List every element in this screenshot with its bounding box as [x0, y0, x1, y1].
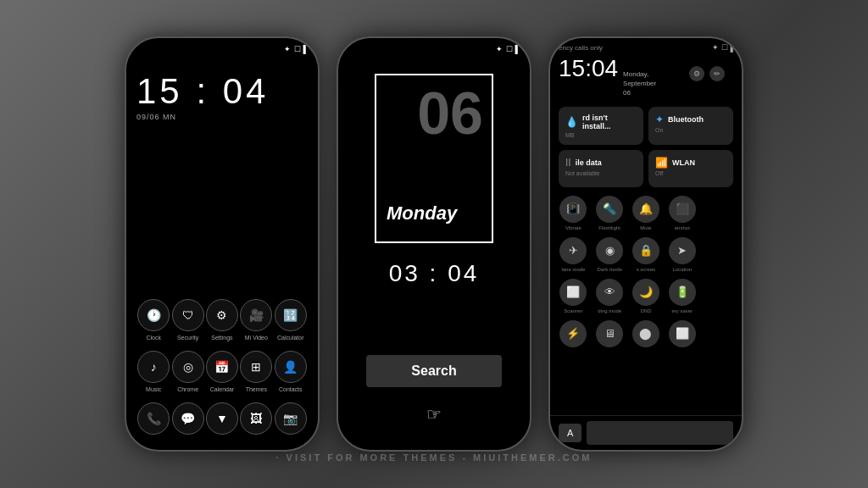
location-label: Location: [672, 267, 692, 272]
key-a[interactable]: A: [559, 424, 581, 442]
app-security[interactable]: 🛡 Security: [172, 299, 204, 341]
app-clock[interactable]: 🕐 Clock: [137, 299, 170, 341]
app-icons-row-1: 🕐 Clock 🛡 Security ⚙ Settings 🎥 Mi Video…: [136, 299, 308, 341]
mi-video-icon: 🎥: [240, 299, 272, 331]
mute-control[interactable]: 🔔 Mute: [632, 196, 661, 230]
location-control[interactable]: ➤ Location: [667, 237, 697, 272]
chrome-label: Chrome: [177, 386, 198, 392]
dock-icons-row: 📞 💬 ▼ 🖼 📷: [136, 402, 308, 435]
darkmode-control[interactable]: ◉ Dark mode: [595, 237, 625, 272]
search-button[interactable]: Search: [366, 355, 502, 387]
key-space[interactable]: [587, 421, 733, 445]
date-info: Monday, September 06: [623, 69, 676, 98]
app-camera[interactable]: 📷: [275, 402, 307, 435]
flashlight-control[interactable]: 🔦 Flashlight: [595, 196, 625, 230]
app-mi-video[interactable]: 🎥 Mi Video: [240, 299, 272, 341]
day-name: Monday: [387, 202, 457, 225]
mute-label: Mute: [640, 225, 651, 230]
app-music[interactable]: ♪ Music: [137, 351, 170, 392]
dot-icon: ⬤: [632, 320, 659, 347]
chrome-icon: ◎: [172, 351, 204, 383]
app-contacts[interactable]: 👤 Contacts: [275, 351, 307, 392]
phone-2-status-bar: ✦ ☐▐: [338, 38, 530, 57]
square-control[interactable]: ⬜: [667, 320, 697, 350]
signal-icon: II: [565, 157, 571, 169]
app-phone[interactable]: 📞: [137, 402, 170, 435]
security-label: Security: [177, 335, 198, 341]
app-themes[interactable]: ⊞ Themes: [240, 351, 272, 392]
cast-control[interactable]: 🖥: [595, 320, 625, 350]
screenshot-icon: ⬛: [669, 196, 696, 223]
power-icon: ⚡: [559, 320, 587, 347]
app-calendar[interactable]: 📅 Calendar: [206, 351, 238, 392]
power-control[interactable]: ⚡: [559, 320, 588, 350]
phone-1-content: 15 : 04 09/06 MN 🕐 Clock 🛡 Security ⚙ Se…: [126, 57, 318, 450]
security-icon: 🛡: [172, 299, 204, 331]
phone-2-content: 06 Monday 03 : 04 Search ☞: [338, 57, 530, 450]
scanner-label: Scanner: [564, 308, 582, 313]
notification-label: ency calls only: [559, 44, 603, 52]
tile-top-2: ✦ Bluetooth: [655, 114, 726, 125]
phone-2-screen: ✦ ☐▐ 06 Monday 03 : 04 Search ☞: [338, 38, 530, 450]
contacts-icon: 👤: [275, 351, 307, 383]
clock-icon: 🕐: [137, 299, 170, 331]
lock-label: s screen: [637, 267, 656, 272]
tile-mobile-data-install[interactable]: 💧 rd isn't install... MB: [559, 107, 643, 145]
screenshot-control[interactable]: ⬛ enshot: [667, 196, 697, 230]
lockscreen-control[interactable]: 🔒 s screen: [632, 237, 661, 272]
app-gallery[interactable]: 🖼: [240, 402, 272, 435]
tile-mobile-data[interactable]: II ile data Not available: [559, 150, 643, 187]
control-icons-row3: ⬜ Scanner 👁 ding mode 🌙 DND 🔋 ery saver: [550, 275, 742, 317]
tile-sub-2: On: [655, 127, 726, 133]
app-settings[interactable]: ⚙ Settings: [206, 299, 238, 341]
date-line1: Monday, September: [623, 69, 676, 88]
tile-wlan[interactable]: 📶 WLAN Off: [648, 150, 733, 187]
scanner-control[interactable]: ⬜ Scanner: [559, 279, 588, 313]
airplane-control[interactable]: ✈ lane mode: [559, 237, 588, 272]
mute-icon: 🔔: [632, 196, 659, 223]
tile-bluetooth[interactable]: ✦ Bluetooth On: [648, 107, 733, 145]
tile-sub-4: Off: [655, 170, 726, 176]
day-number: 06: [417, 84, 483, 143]
vibrate-control[interactable]: 📳 Vibrate: [559, 196, 588, 230]
edit-quick-icon[interactable]: ✏: [709, 66, 725, 81]
app-chrome[interactable]: ◎ Chrome: [172, 351, 204, 392]
camera-icon: 📷: [275, 402, 307, 435]
tile-top-3: II ile data: [565, 157, 637, 169]
reading-icon: 👁: [596, 279, 623, 306]
music-label: Music: [146, 386, 161, 392]
app-messages[interactable]: 💬: [172, 402, 204, 435]
lock-icon: 🔒: [632, 237, 659, 264]
dnd-control[interactable]: 🌙 DND: [632, 279, 661, 313]
scanner-icon: ⬜: [559, 279, 587, 306]
clock-label: Clock: [146, 335, 161, 341]
reading-control[interactable]: 👁 ding mode: [595, 279, 625, 313]
calculator-icon: 🔢: [275, 299, 307, 331]
phone-2: ✦ ☐▐ 06 Monday 03 : 04 Search ☞: [337, 36, 531, 452]
battery-saver-control[interactable]: 🔋 ery saver: [667, 279, 697, 313]
dnd-label: DND: [640, 308, 651, 313]
phone-1-screen: ✦ ☐▐ 15 : 04 09/06 MN 🕐 Clock 🛡 Security…: [126, 38, 318, 450]
settings-icon: ⚙: [206, 299, 238, 331]
tile-top-4: 📶 WLAN: [655, 157, 726, 169]
clock-display: 15 : 04: [136, 74, 308, 109]
reading-label: ding mode: [598, 308, 621, 313]
phone-3-screen: ency calls only ✦ ☐▐ 15:04 Monday, Septe…: [550, 38, 742, 450]
date-line2: 06: [623, 88, 676, 97]
battery-icon-p2: ☐▐: [506, 45, 518, 53]
airplane-icon: ✈: [559, 237, 587, 264]
darkmode-label: Dark mode: [598, 267, 622, 272]
phone-3-content: ency calls only ✦ ☐▐ 15:04 Monday, Septe…: [550, 38, 742, 450]
camera-quick-icon[interactable]: ⚙: [689, 66, 704, 81]
dot-control[interactable]: ⬤: [632, 320, 661, 350]
wifi-icon: 📶: [655, 157, 668, 169]
screenshot-label: enshot: [675, 225, 690, 230]
app-filter[interactable]: ▼: [206, 402, 238, 435]
app-calculator[interactable]: 🔢 Calculator: [275, 299, 307, 341]
messages-icon: 💬: [172, 402, 204, 435]
tile-sub-1: MB: [565, 132, 637, 138]
flashlight-icon: 🔦: [596, 196, 623, 223]
vibrate-label: Vibrate: [565, 225, 581, 230]
gallery-icon: 🖼: [240, 402, 272, 435]
calendar-label: Calendar: [210, 386, 234, 392]
